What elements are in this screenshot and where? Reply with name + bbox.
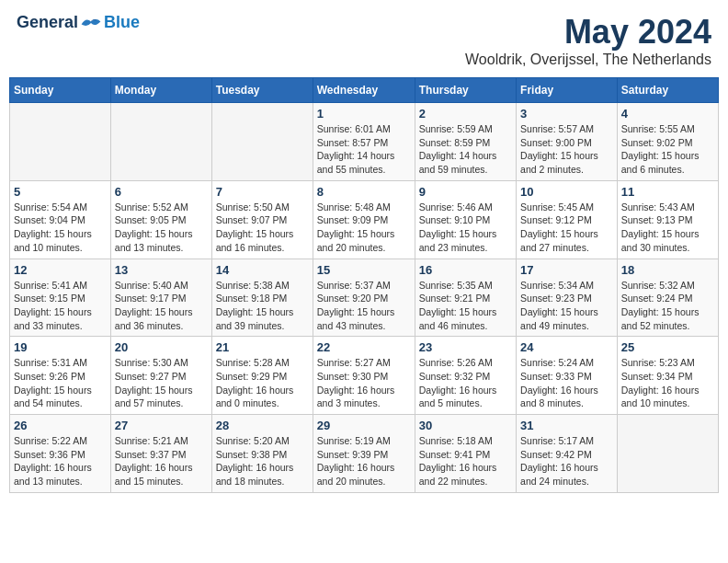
- calendar-cell: 10Sunrise: 5:45 AM Sunset: 9:12 PM Dayli…: [517, 180, 618, 259]
- calendar-cell: 18Sunrise: 5:32 AM Sunset: 9:24 PM Dayli…: [617, 259, 718, 337]
- day-number: 28: [216, 419, 309, 432]
- day-info: Sunrise: 5:37 AM Sunset: 9:20 PM Dayligh…: [317, 279, 411, 333]
- day-number: 4: [621, 107, 714, 121]
- calendar-table: SundayMondayTuesdayWednesdayThursdayFrid…: [9, 77, 719, 493]
- day-header-monday: Monday: [110, 78, 211, 103]
- day-info: Sunrise: 5:28 AM Sunset: 9:29 PM Dayligh…: [216, 356, 309, 410]
- day-info: Sunrise: 5:24 AM Sunset: 9:33 PM Dayligh…: [520, 356, 613, 410]
- calendar-cell: 1Sunrise: 6:01 AM Sunset: 8:57 PM Daylig…: [313, 103, 415, 181]
- day-number: 30: [419, 419, 512, 432]
- calendar-cell: 5Sunrise: 5:54 AM Sunset: 9:04 PM Daylig…: [10, 180, 111, 259]
- day-number: 7: [216, 185, 309, 199]
- calendar-cell: 26Sunrise: 5:22 AM Sunset: 9:36 PM Dayli…: [10, 415, 111, 493]
- day-number: 16: [419, 263, 512, 277]
- month-title: May 2024: [465, 13, 711, 52]
- day-info: Sunrise: 5:41 AM Sunset: 9:15 PM Dayligh…: [14, 279, 107, 333]
- calendar-cell: [110, 103, 211, 181]
- logo-blue-text: Blue: [104, 13, 140, 32]
- calendar-cell: 15Sunrise: 5:37 AM Sunset: 9:20 PM Dayli…: [313, 259, 415, 337]
- calendar-cell: 22Sunrise: 5:27 AM Sunset: 9:30 PM Dayli…: [313, 337, 415, 415]
- day-header-thursday: Thursday: [415, 78, 516, 103]
- calendar-cell: 16Sunrise: 5:35 AM Sunset: 9:21 PM Dayli…: [415, 259, 516, 337]
- day-number: 2: [419, 107, 512, 121]
- day-info: Sunrise: 5:20 AM Sunset: 9:38 PM Dayligh…: [216, 434, 309, 488]
- calendar-cell: 31Sunrise: 5:17 AM Sunset: 9:42 PM Dayli…: [517, 415, 618, 493]
- calendar-cell: 27Sunrise: 5:21 AM Sunset: 9:37 PM Dayli…: [110, 415, 211, 493]
- day-info: Sunrise: 5:43 AM Sunset: 9:13 PM Dayligh…: [621, 201, 714, 255]
- day-number: 9: [419, 185, 512, 199]
- day-number: 13: [115, 263, 208, 277]
- day-info: Sunrise: 5:34 AM Sunset: 9:23 PM Dayligh…: [520, 279, 613, 333]
- day-info: Sunrise: 5:22 AM Sunset: 9:36 PM Dayligh…: [14, 434, 107, 488]
- calendar-cell: 29Sunrise: 5:19 AM Sunset: 9:39 PM Dayli…: [313, 415, 415, 493]
- day-header-friday: Friday: [517, 78, 618, 103]
- calendar-cell: [211, 103, 313, 181]
- day-number: 21: [216, 340, 309, 354]
- day-info: Sunrise: 5:31 AM Sunset: 9:26 PM Dayligh…: [14, 356, 107, 410]
- day-info: Sunrise: 5:38 AM Sunset: 9:18 PM Dayligh…: [216, 279, 309, 333]
- day-number: 29: [317, 419, 411, 432]
- day-info: Sunrise: 5:17 AM Sunset: 9:42 PM Dayligh…: [520, 434, 613, 488]
- day-number: 3: [520, 107, 613, 121]
- day-number: 12: [14, 263, 107, 277]
- day-number: 15: [317, 263, 411, 277]
- day-info: Sunrise: 5:35 AM Sunset: 9:21 PM Dayligh…: [419, 279, 512, 333]
- calendar-cell: 21Sunrise: 5:28 AM Sunset: 9:29 PM Dayli…: [211, 337, 313, 415]
- day-info: Sunrise: 5:32 AM Sunset: 9:24 PM Dayligh…: [621, 279, 714, 333]
- day-header-saturday: Saturday: [617, 78, 718, 103]
- day-info: Sunrise: 5:59 AM Sunset: 8:59 PM Dayligh…: [419, 122, 512, 177]
- calendar-cell: 24Sunrise: 5:24 AM Sunset: 9:33 PM Dayli…: [517, 337, 618, 415]
- day-number: 17: [520, 263, 613, 277]
- day-info: Sunrise: 5:19 AM Sunset: 9:39 PM Dayligh…: [317, 434, 411, 488]
- day-number: 5: [14, 185, 107, 199]
- calendar-week-1: 1Sunrise: 6:01 AM Sunset: 8:57 PM Daylig…: [10, 103, 719, 181]
- calendar-cell: [617, 415, 718, 493]
- day-info: Sunrise: 6:01 AM Sunset: 8:57 PM Dayligh…: [317, 122, 411, 177]
- logo-general-text: General: [17, 13, 78, 32]
- calendar-cell: 13Sunrise: 5:40 AM Sunset: 9:17 PM Dayli…: [110, 259, 211, 337]
- day-info: Sunrise: 5:26 AM Sunset: 9:32 PM Dayligh…: [419, 356, 512, 410]
- calendar-week-2: 5Sunrise: 5:54 AM Sunset: 9:04 PM Daylig…: [10, 180, 719, 259]
- day-number: 14: [216, 263, 309, 277]
- calendar-week-5: 26Sunrise: 5:22 AM Sunset: 9:36 PM Dayli…: [10, 415, 719, 493]
- calendar-cell: 25Sunrise: 5:23 AM Sunset: 9:34 PM Dayli…: [617, 337, 718, 415]
- day-info: Sunrise: 5:52 AM Sunset: 9:05 PM Dayligh…: [115, 201, 208, 255]
- calendar-cell: 8Sunrise: 5:48 AM Sunset: 9:09 PM Daylig…: [313, 180, 415, 259]
- day-number: 26: [14, 419, 107, 432]
- day-info: Sunrise: 5:40 AM Sunset: 9:17 PM Dayligh…: [115, 279, 208, 333]
- day-number: 31: [520, 419, 613, 432]
- day-number: 27: [115, 419, 208, 432]
- day-info: Sunrise: 5:50 AM Sunset: 9:07 PM Dayligh…: [216, 201, 309, 255]
- day-number: 18: [621, 263, 714, 277]
- calendar-week-3: 12Sunrise: 5:41 AM Sunset: 9:15 PM Dayli…: [10, 259, 719, 337]
- day-number: 11: [621, 185, 714, 199]
- calendar-cell: 12Sunrise: 5:41 AM Sunset: 9:15 PM Dayli…: [10, 259, 111, 337]
- day-number: 19: [14, 340, 107, 354]
- day-info: Sunrise: 5:54 AM Sunset: 9:04 PM Dayligh…: [14, 201, 107, 255]
- logo-bird-icon: [80, 15, 102, 31]
- calendar-cell: 6Sunrise: 5:52 AM Sunset: 9:05 PM Daylig…: [110, 180, 211, 259]
- calendar-cell: 9Sunrise: 5:46 AM Sunset: 9:10 PM Daylig…: [415, 180, 516, 259]
- day-info: Sunrise: 5:48 AM Sunset: 9:09 PM Dayligh…: [317, 201, 411, 255]
- calendar-cell: 23Sunrise: 5:26 AM Sunset: 9:32 PM Dayli…: [415, 337, 516, 415]
- day-header-wednesday: Wednesday: [313, 78, 415, 103]
- calendar-cell: 4Sunrise: 5:55 AM Sunset: 9:02 PM Daylig…: [617, 103, 718, 181]
- calendar-cell: 20Sunrise: 5:30 AM Sunset: 9:27 PM Dayli…: [110, 337, 211, 415]
- day-number: 6: [115, 185, 208, 199]
- day-info: Sunrise: 5:18 AM Sunset: 9:41 PM Dayligh…: [419, 434, 512, 488]
- location-text: Wooldrik, Overijssel, The Netherlands: [465, 52, 711, 68]
- day-info: Sunrise: 5:23 AM Sunset: 9:34 PM Dayligh…: [621, 356, 714, 410]
- day-number: 25: [621, 340, 714, 354]
- calendar-cell: 7Sunrise: 5:50 AM Sunset: 9:07 PM Daylig…: [211, 180, 313, 259]
- page-header: General Blue May 2024 Wooldrik, Overijss…: [9, 9, 719, 72]
- logo: General Blue: [17, 13, 140, 32]
- day-number: 24: [520, 340, 613, 354]
- day-number: 1: [317, 107, 411, 121]
- day-info: Sunrise: 5:45 AM Sunset: 9:12 PM Dayligh…: [520, 201, 613, 255]
- calendar-cell: 19Sunrise: 5:31 AM Sunset: 9:26 PM Dayli…: [10, 337, 111, 415]
- day-header-tuesday: Tuesday: [211, 78, 313, 103]
- day-number: 20: [115, 340, 208, 354]
- day-info: Sunrise: 5:46 AM Sunset: 9:10 PM Dayligh…: [419, 201, 512, 255]
- title-section: May 2024 Wooldrik, Overijssel, The Nethe…: [465, 13, 711, 68]
- calendar-cell: 3Sunrise: 5:57 AM Sunset: 9:00 PM Daylig…: [517, 103, 618, 181]
